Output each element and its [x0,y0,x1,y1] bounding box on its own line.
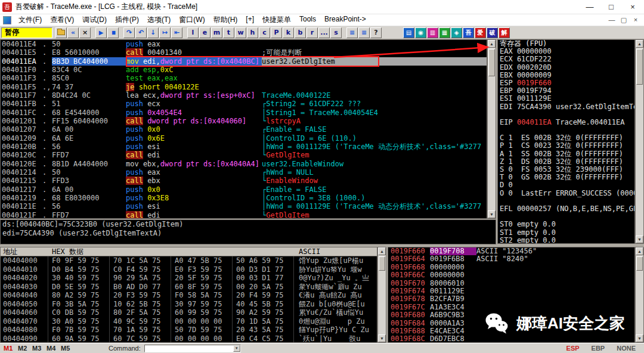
register-line[interactable]: ST1 empty 0.0 [498,229,634,237]
command-combobox[interactable]: ▼ [144,345,241,352]
dump-row[interactable]: 0040409060 9A 59 7560 7C 59 7500 00 00 0… [1,335,377,343]
memory-tab-m5[interactable]: M5 [61,345,75,352]
register-line[interactable]: EDI 75CA4390 user32.GetDlgItemTextA [498,103,634,111]
dump-row[interactable]: 0040404080 A2 59 7520 F3 59 75F0 58 5A 7… [1,291,377,300]
disasm-row[interactable]: 00401215.FFD3call ebx└EnableWindow [1,176,487,185]
register-line[interactable]: Z 1 DS 002B 32位 0(FFFFFFFF) [498,158,634,166]
register-line[interactable]: ST0 empty 0.0 [498,221,634,228]
stack-row[interactable]: 0019F6640019F6B8ASCII "8240" [388,255,634,263]
register-line[interactable]: O 0 LastErr ERROR_SUCCESS (00000000) [498,190,634,197]
stack-row[interactable]: 0019F66C00000000 [388,271,634,279]
memory-tab-m3[interactable]: M3 [32,345,47,352]
menu-plus[interactable]: [+] [242,15,258,25]
disasm-row[interactable]: 00401214.50push eax┌hWnd = NULL [1,168,487,176]
register-line[interactable] [498,197,634,205]
register-line[interactable]: C 1 ES 002B 32位 0(FFFFFFFF) [498,134,634,142]
scroll-down-icon[interactable]: ▼ [636,236,643,243]
open-file-button[interactable] [55,27,67,38]
menu-window[interactable]: 窗口(W) [175,15,209,25]
register-line[interactable]: EBP 0019F794 [498,87,634,95]
disasm-row[interactable]: 004011F7.8D4C24 0Clea ecx,dword ptr ss:[… [1,91,487,100]
close-program-button[interactable]: × [79,27,91,38]
appearance-button[interactable]: ≡ [346,27,358,38]
memory-button[interactable]: m [211,27,222,38]
disasm-row[interactable]: 0040121E.56push esi│hWnd = 0011129E ('Tr… [1,202,487,210]
cpu-button[interactable]: c [259,27,270,38]
disasm-row[interactable]: 004011EA.8B3D BC404000mov edi,dword ptr … [1,57,487,66]
scrollbar-thumb[interactable] [488,49,495,76]
help-button[interactable]: ? [370,27,382,38]
disasm-row[interactable]: 004011FB.51push ecx┌String2 = 61CDF222 ?… [1,100,487,108]
disasm-row[interactable]: 004011FC.68 E4544000push 0x4054E4│String… [1,109,487,117]
disasm-row[interactable]: 004011F5.,74 37je short 0040122E [1,83,487,91]
scroll-down-icon[interactable]: ▼ [488,210,496,218]
dump-scrollbar[interactable]: ▲ ▼ [377,247,386,343]
options-button[interactable]: ≡ [358,27,370,38]
scroll-up-icon[interactable]: ▲ [488,40,496,48]
minimize-button[interactable]: — [581,1,599,13]
memory-tab-m2[interactable]: M2 [18,345,32,352]
close-button[interactable]: × [624,1,642,13]
references-button[interactable]: r [306,27,318,38]
disasm-row[interactable]: 00401217.6A 00push 0x0┌Enable = FALSE [1,185,487,194]
stack-row[interactable]: 0019F67080006010 [388,280,634,287]
animate-over-button[interactable]: ↦ [159,27,171,38]
disasm-row[interactable]: 0040120B.56push esi│hWnd = 0011129E ('Tr… [1,143,487,151]
menu-file[interactable]: 文件(F) [14,15,46,25]
step-into-button[interactable]: ↷ [123,27,135,38]
scrollbar-thumb[interactable] [636,256,643,271]
stack-row[interactable]: 0019F678B2CFA7B9 [388,295,634,303]
menu-tools[interactable]: Tools [295,15,320,25]
register-line[interactable]: ECX 61CDF222 [498,55,634,63]
register-line[interactable]: ESP 0019F660 [498,79,634,87]
threads-button[interactable]: t [223,27,234,38]
disasm-row[interactable]: 004011E5.E8 56010000call 00401340;可能是判断 [1,48,487,57]
register-line[interactable]: ST2 empty 0.0 [498,237,634,244]
register-line[interactable]: P 1 CS 0023 32位 0(FFFFFFFF) [498,142,634,150]
register-line[interactable]: D 0 [498,181,634,189]
stack-row[interactable]: 0019F66800000000 [388,264,634,271]
step-over-button[interactable]: ↶ [135,27,147,38]
register-line[interactable]: A 1 SS 002B 32位 0(FFFFFFFF) [498,150,634,158]
maximize-button[interactable]: □ [602,1,620,13]
patches-button[interactable]: P [271,27,282,38]
menu-help[interactable]: 帮助(H) [209,15,242,25]
menu-breakpoint[interactable]: BreakPoint-> [320,15,370,25]
menu-plugins[interactable]: 插件(P) [111,15,143,25]
plugin-button-po[interactable]: 破 [487,27,498,38]
register-line[interactable] [498,213,634,221]
stack-row[interactable]: 0019F68CD6D7EBC8 [388,335,634,343]
disasm-row[interactable]: 004011E4.50push eax [1,40,487,48]
source-button[interactable]: s [330,27,342,38]
disasm-row[interactable]: 00401209.6A 6Epush 0x6E│ControlID = 6E (… [1,134,487,143]
scrollbar-thumb[interactable] [379,256,385,271]
register-line[interactable] [498,111,634,119]
log-window-button[interactable]: l [187,27,199,38]
register-line[interactable]: EFL 00000257 (NO,B,E,BE,NS,PE,GE,LE) [498,205,634,213]
command-input[interactable] [145,345,233,352]
disasm-row[interactable]: 00401207.6A 00push 0x0┌Enable = FALSE [1,125,487,134]
dump-row[interactable]: 00404010D0 B4 59 75C0 F4 59 75E0 F3 59 7… [1,265,377,274]
scroll-down-icon[interactable]: ▼ [636,335,643,342]
run-trace-button[interactable]: ... [318,27,330,38]
scroll-up-icon[interactable]: ▲ [636,40,643,48]
disasm-row[interactable]: 004011F3.85C0test eax,eax [1,74,487,82]
register-line[interactable]: EDX 0002020D [498,64,634,72]
child-minimize-button[interactable]: — [606,16,618,24]
memory-tab-m4[interactable]: M4 [47,345,61,352]
dump-row[interactable]: 00404030D0 5E 59 75B0 AD D0 7760 8F 59 7… [1,283,377,292]
scroll-up-icon[interactable]: ▲ [378,247,386,255]
dump-row[interactable]: 0040402030 40 59 7590 29 5A 7520 5F 59 7… [1,274,377,283]
dump-row[interactable]: 00404060C0 DB 59 7580 2F 5A 7560 99 59 7… [1,308,377,317]
register-line[interactable]: EBX 00000009 [498,72,634,79]
breakpoints-button[interactable]: b [295,27,306,38]
run-button[interactable]: ▶ [95,27,107,38]
disasm-row[interactable]: 00401201.FF15 60404000call dword ptr ds:… [1,117,487,125]
run-to-return-button[interactable]: ⇤ [171,27,182,38]
plugin-button-3[interactable]: ▥ [427,27,438,38]
disasm-row[interactable]: 004011F0.83C4 0Cadd esp,0xC [1,66,487,74]
registers-scrollbar[interactable]: ▲ ▼ [635,39,644,244]
menu-quick[interactable]: 快捷菜单 [258,15,295,25]
stack-row[interactable]: 0019F6740011129E [388,287,634,295]
dump-row[interactable]: 00404080F0 7B 59 7570 1A 59 7550 7D 59 7… [1,326,377,335]
